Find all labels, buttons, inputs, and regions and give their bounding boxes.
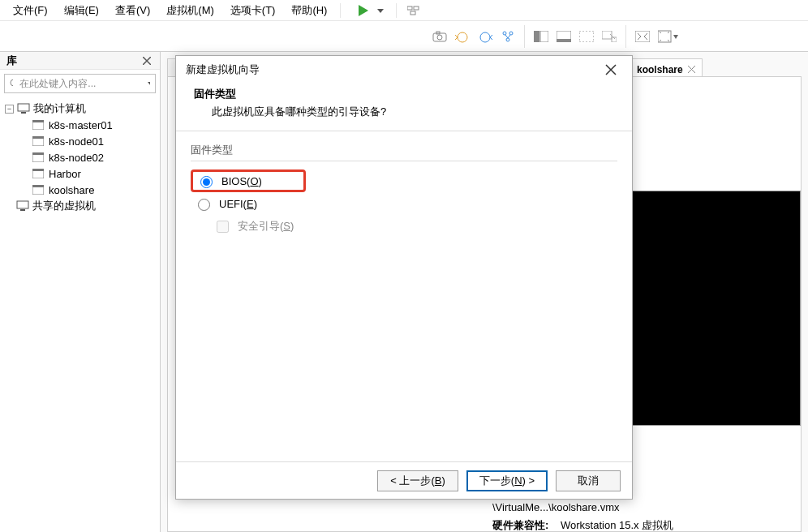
svg-rect-3 bbox=[414, 6, 419, 10]
wizard-back-button[interactable]: < 上一步(B) bbox=[377, 470, 458, 491]
group-label-firmware: 固件类型 bbox=[191, 143, 617, 157]
vm-icon bbox=[32, 136, 44, 146]
computer-icon bbox=[17, 103, 30, 114]
sidebar-close-icon[interactable] bbox=[140, 54, 153, 67]
vm-icon bbox=[32, 169, 44, 178]
vm-icon bbox=[32, 152, 44, 162]
tree-vm-label: k8s-node01 bbox=[49, 135, 104, 148]
firmware-option-uefi[interactable]: UEFI(E) bbox=[191, 192, 617, 215]
tab-close-icon[interactable] bbox=[688, 64, 695, 75]
svg-point-12 bbox=[506, 38, 509, 41]
view-unity-icon[interactable] bbox=[598, 26, 621, 47]
fullscreen-icon[interactable] bbox=[631, 26, 654, 47]
vm-properties: \VirtualMe...\koolshare.vmx 硬件兼容性: Works… bbox=[492, 499, 793, 532]
vm-icon bbox=[32, 185, 44, 195]
tree-root-my-computer[interactable]: − 我的计算机 bbox=[3, 101, 157, 117]
svg-marker-1 bbox=[377, 9, 384, 13]
menu-bar: 文件(F) 编辑(E) 查看(V) 虚拟机(M) 选项卡(T) 帮助(H) bbox=[0, 0, 808, 21]
tree-shared-label: 共享的虚拟机 bbox=[32, 199, 96, 213]
svg-point-23 bbox=[11, 79, 13, 86]
svg-rect-27 bbox=[21, 112, 26, 114]
firmware-option-bios[interactable]: BIOS(O) bbox=[191, 169, 306, 192]
svg-point-9 bbox=[480, 32, 490, 42]
library-sidebar: 库 − 我的计算机 k8s-master01 bbox=[0, 52, 161, 532]
snapshot-revert-icon[interactable] bbox=[451, 26, 474, 47]
svg-rect-33 bbox=[32, 152, 44, 155]
shared-icon bbox=[16, 200, 29, 212]
tree-vm-item[interactable]: k8s-node01 bbox=[19, 133, 157, 149]
tree-shared-vms[interactable]: 共享的虚拟机 bbox=[3, 198, 157, 214]
radio-uefi-label: UEFI(E) bbox=[219, 198, 257, 210]
power-dropdown[interactable] bbox=[376, 0, 385, 21]
power-on-button[interactable] bbox=[352, 0, 375, 21]
svg-rect-38 bbox=[17, 201, 28, 208]
svg-rect-35 bbox=[32, 169, 44, 171]
wizard-next-button[interactable]: 下一步(N) > bbox=[466, 470, 548, 491]
tree-root-label: 我的计算机 bbox=[33, 101, 86, 116]
sidebar-search[interactable] bbox=[4, 74, 156, 93]
svg-marker-25 bbox=[148, 82, 150, 86]
tree-vm-item[interactable]: k8s-master01 bbox=[19, 117, 157, 133]
view-thumbnail-icon[interactable] bbox=[530, 26, 552, 47]
sidebar-search-input[interactable] bbox=[18, 75, 143, 92]
tree-expander-icon[interactable]: − bbox=[5, 105, 14, 114]
svg-marker-22 bbox=[673, 35, 678, 39]
tree-vm-label: k8s-master01 bbox=[49, 119, 113, 131]
secure-boot-option: 安全引导(S) bbox=[191, 215, 617, 238]
svg-rect-20 bbox=[635, 31, 650, 42]
search-dropdown-icon[interactable] bbox=[148, 80, 150, 87]
enter-fullscreen-dropdown[interactable] bbox=[654, 26, 683, 47]
menu-edit[interactable]: 编辑(E) bbox=[58, 1, 105, 20]
view-single-icon[interactable] bbox=[552, 26, 575, 47]
svg-rect-2 bbox=[407, 6, 412, 10]
tree-vm-item[interactable]: Harbor bbox=[19, 165, 157, 182]
snapshot-tree-icon[interactable] bbox=[496, 26, 519, 47]
svg-rect-29 bbox=[32, 120, 44, 122]
svg-rect-17 bbox=[579, 31, 594, 42]
svg-rect-26 bbox=[18, 104, 29, 111]
vm-icon bbox=[32, 120, 44, 130]
toolbar-separator-2 bbox=[625, 25, 626, 48]
toolbar-separator bbox=[524, 25, 525, 48]
dialog-subheading: 此虚拟机应具备哪种类型的引导设备? bbox=[194, 101, 614, 119]
menu-separator-2 bbox=[396, 3, 397, 18]
svg-rect-39 bbox=[20, 209, 25, 211]
menu-help[interactable]: 帮助(H) bbox=[285, 1, 333, 20]
radio-uefi[interactable] bbox=[198, 199, 210, 211]
svg-rect-14 bbox=[540, 31, 548, 42]
menu-view[interactable]: 查看(V) bbox=[109, 1, 157, 20]
checkbox-secure-boot-label: 安全引导(S) bbox=[238, 219, 294, 234]
menu-tabs[interactable]: 选项卡(T) bbox=[224, 1, 282, 20]
sidebar-title: 库 bbox=[6, 54, 17, 68]
radio-bios[interactable] bbox=[200, 176, 213, 188]
toolbar bbox=[0, 21, 808, 52]
send-ctrl-alt-del-button[interactable] bbox=[403, 0, 426, 21]
group-divider bbox=[191, 161, 617, 161]
snapshot-take-icon[interactable] bbox=[428, 26, 451, 47]
snapshot-manage-icon[interactable] bbox=[474, 26, 496, 47]
tree-vm-item[interactable]: k8s-node02 bbox=[19, 149, 157, 165]
search-icon bbox=[10, 79, 13, 89]
svg-point-8 bbox=[458, 32, 467, 42]
prop-compat-value: Workstation 15.x 虚拟机 bbox=[561, 517, 673, 532]
checkbox-secure-boot bbox=[217, 221, 229, 233]
vm-config-path: \VirtualMe...\koolshare.vmx bbox=[492, 499, 620, 517]
menu-separator bbox=[340, 3, 341, 18]
wizard-cancel-button[interactable]: 取消 bbox=[556, 470, 621, 491]
tree-vm-label: Harbor bbox=[49, 168, 81, 180]
menu-vm[interactable]: 虚拟机(M) bbox=[160, 1, 221, 20]
svg-marker-0 bbox=[359, 5, 368, 16]
tree-vm-label: koolshare bbox=[49, 184, 94, 196]
tab-label: koolshare bbox=[637, 64, 683, 75]
dialog-close-button[interactable] bbox=[600, 60, 622, 79]
prop-compat-key: 硬件兼容性: bbox=[492, 517, 556, 532]
menu-file[interactable]: 文件(F) bbox=[6, 1, 54, 20]
view-console-icon[interactable] bbox=[575, 26, 598, 47]
svg-rect-18 bbox=[602, 31, 612, 39]
svg-point-6 bbox=[437, 35, 442, 40]
svg-point-10 bbox=[503, 32, 506, 35]
svg-rect-31 bbox=[32, 136, 44, 139]
radio-bios-label: BIOS(O) bbox=[221, 175, 262, 187]
svg-rect-37 bbox=[32, 185, 44, 187]
tree-vm-item[interactable]: koolshare bbox=[19, 182, 157, 198]
